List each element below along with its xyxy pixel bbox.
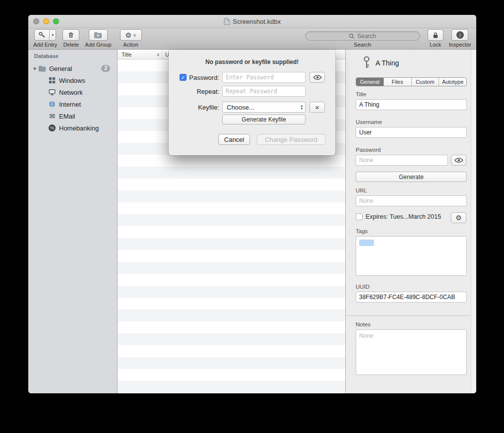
toolbar-item-inspector: i Inspector [449,29,471,48]
dialog-message: No password or keyfile supplied! [169,59,335,65]
keyfile-popup[interactable]: Choose... ▴ ▾ [222,102,306,113]
keyfile-clear-button[interactable]: × [310,102,325,113]
tab-files-label: Files [392,79,403,85]
tags-field[interactable] [356,236,467,276]
lock-icon [433,32,439,39]
tab-files[interactable]: Files [384,78,412,86]
homebanking-icon: % [48,124,56,132]
clear-x-icon: × [315,104,319,111]
entry-count-badge: 2 [101,65,110,72]
uuid-label: UUID [356,284,370,290]
column-header-username[interactable]: U [162,52,169,58]
window-title-text: Screenshot.kdbx [233,18,281,25]
toolbar-item-add-entry: ▾ Add Entry [33,29,57,48]
cancel-button[interactable]: Cancel [218,134,250,145]
generate-keyfile-button[interactable]: Generate Keyfile [222,115,306,124]
inspector-scrollbar[interactable] [471,50,476,393]
inspector-button[interactable]: i [451,29,468,41]
tab-general[interactable]: General [356,78,384,86]
expires-settings-button[interactable]: ⚙ [451,212,466,223]
sidebar-item-label: EMail [59,113,75,120]
column-title-text: Title [122,52,131,58]
action-button[interactable]: ⚙ ∨ [120,29,142,41]
sidebar-item-homebanking[interactable]: % Homebanking [28,122,117,134]
inspector-entry-title: A Thing [376,59,399,67]
tab-custom[interactable]: Custom [412,78,440,86]
dialog-password-label: Password: [169,74,219,81]
keyfile-popup-value: Choose... [227,104,254,111]
toolbar-item-action: ⚙ ∨ Action [120,29,142,48]
gear-icon: ⚙ [125,32,131,39]
action-chevron-icon: ∨ [133,33,136,38]
toolbar-right-group: Search Search Lock i [305,29,471,48]
action-label: Action [123,42,138,48]
key-icon [361,56,373,69]
sidebar-group-label: General [49,65,72,72]
add-entry-button[interactable]: ▾ [34,29,56,41]
tag-chip[interactable] [359,240,374,246]
notes-field[interactable] [356,329,467,375]
add-group-button[interactable] [89,29,108,41]
sidebar-item-windows[interactable]: Windows [28,74,117,86]
add-group-label: Add Group [85,42,111,48]
change-password-label: Change Password [265,136,317,143]
lock-button[interactable] [428,29,443,41]
sidebar-item-label: Homebanking [59,124,99,132]
password-field[interactable] [356,155,448,166]
titlebar[interactable]: Screenshot.kdbx [28,15,476,28]
add-entry-dropdown-icon[interactable]: ▾ [49,30,56,40]
sidebar-item-internet[interactable]: Internet [28,98,117,110]
generate-password-button[interactable]: Generate [356,172,467,182]
change-password-button[interactable]: Change Password [257,134,325,145]
sidebar-item-label: Network [59,89,83,96]
document-icon [224,18,230,25]
sidebar-item-network[interactable]: Network [28,86,117,98]
notes-label: Notes [356,321,371,327]
sidebar-item-email[interactable]: ✉ EMail [28,110,117,122]
trash-icon [67,31,74,39]
desktop-background: Screenshot.kdbx ▾ Add Entry [0,0,504,433]
toolbar-item-search: Search Search [305,29,420,48]
delete-button[interactable] [63,29,79,41]
sidebar-group-general[interactable]: ▾ General 2 [28,62,117,74]
generate-keyfile-label: Generate Keyfile [242,116,286,123]
username-field-label: Username [356,119,382,125]
inspector-divider [346,315,476,316]
search-label: Search [354,42,371,48]
network-icon [48,88,56,96]
windows-icon [48,76,56,84]
cancel-label: Cancel [224,136,244,143]
password-field-label: Password [356,147,381,153]
expires-checkbox[interactable] [356,213,363,220]
add-entry-label: Add Entry [33,42,57,48]
sidebar-item-label: Internet [59,101,81,108]
email-icon: ✉ [48,112,56,120]
column-header-title[interactable]: Title ∧ [118,50,162,59]
show-password-button[interactable] [451,155,466,166]
tab-general-label: General [360,79,379,85]
dialog-repeat-input[interactable] [222,86,306,97]
url-field-label: URL [356,187,367,193]
tags-label: Tags [356,228,368,234]
delete-label: Delete [63,42,79,48]
expires-label: Expires: Tues...March 2015 [366,213,441,220]
key-plus-icon [35,30,49,40]
search-input[interactable]: Search [305,31,420,41]
toolbar-item-delete: Delete [63,29,79,48]
lock-label: Lock [430,42,441,48]
app-window: Screenshot.kdbx ▾ Add Entry [28,15,476,393]
gear-icon: ⚙ [455,214,462,221]
dialog-show-password-button[interactable] [310,72,325,83]
url-field[interactable] [356,195,467,206]
window-title: Screenshot.kdbx [28,15,476,28]
disclosure-triangle-icon[interactable]: ▾ [31,65,38,72]
tab-autotype[interactable]: Autotype [439,78,466,86]
sidebar-item-label: Windows [59,77,85,84]
tab-custom-label: Custom [416,79,435,85]
title-field[interactable] [356,99,467,110]
search-icon [349,33,355,39]
info-icon: i [456,31,464,39]
uuid-field[interactable] [356,292,467,303]
username-field[interactable] [356,127,467,138]
dialog-password-input[interactable] [222,72,306,83]
